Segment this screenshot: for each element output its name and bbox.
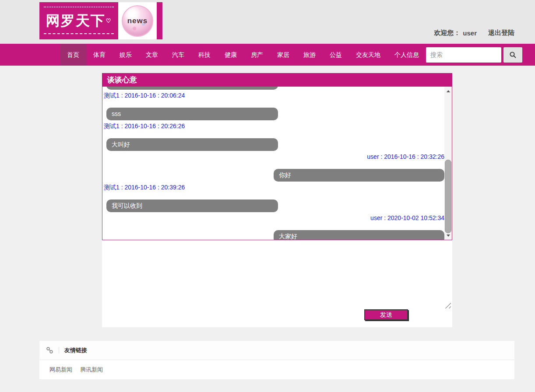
search-icon (509, 51, 517, 59)
scroll-up-arrow-icon[interactable] (444, 88, 452, 94)
search-button[interactable] (503, 47, 522, 63)
chat-message-meta: 测试1 : 2016-10-16 : 20:06:24 (104, 92, 444, 99)
logo-news-box: news (118, 2, 157, 39)
divider (59, 347, 59, 354)
chat-bubble: 大家好 (274, 230, 444, 240)
message-list: 测试1 : 2016-10-16 : 20:06:24sss测试1 : 2016… (102, 87, 444, 240)
nav-item[interactable]: 公益 (323, 44, 349, 66)
chat-bubble: 大叫好 (106, 138, 278, 151)
friendly-links-title: 友情链接 (64, 346, 87, 354)
link-icon (46, 346, 53, 354)
scrollbar-thumb[interactable] (445, 160, 451, 233)
logo-accent-strip (157, 2, 162, 39)
nav-item[interactable]: 健康 (218, 44, 244, 66)
nav-item[interactable]: 家居 (270, 44, 296, 66)
search-input[interactable] (426, 47, 501, 63)
send-button[interactable]: 发送 (364, 309, 408, 320)
chat-panel-title: 谈谈心意 (102, 73, 452, 87)
chat-message-meta: user : 2016-10-16 : 20:32:26 (102, 154, 444, 160)
textarea-resize-grip-icon[interactable] (445, 303, 451, 308)
nav-item[interactable]: 旅游 (296, 44, 323, 66)
nav-item[interactable]: 交友天地 (349, 44, 387, 66)
chat-bubble: 我可以收到 (106, 200, 278, 212)
logout-link[interactable]: 退出登陆 (488, 29, 514, 37)
logo-banner: 网罗天下♡ (39, 2, 118, 39)
nav-item[interactable]: 汽车 (165, 44, 191, 66)
nav-search-group (426, 47, 522, 63)
compose-area: 发送 (102, 240, 452, 327)
nav-item[interactable]: 娱乐 (113, 44, 139, 66)
footer-links: 网易新闻腾讯新闻 (39, 360, 514, 379)
chat-scrollbar[interactable] (444, 87, 452, 240)
chat-message-meta: user : 2020-10-02 10:52:34 (102, 215, 444, 221)
chat-message-area: 测试1 : 2016-10-16 : 20:06:24sss测试1 : 2016… (102, 87, 452, 240)
header: 网罗天下♡ news 欢迎您： user 退出登陆 (0, 0, 535, 44)
footer-header: 友情链接 (39, 341, 514, 360)
footer-link[interactable]: 网易新闻 (49, 366, 72, 374)
nav-items: 首页体育娱乐文章汽车科技健康房产家居旅游公益交友天地个人信息 (60, 44, 426, 66)
message-textarea[interactable] (102, 240, 452, 307)
nav-item[interactable]: 科技 (191, 44, 218, 66)
chat-bubble: sss (106, 108, 278, 120)
main-nav: 首页体育娱乐文章汽车科技健康房产家居旅游公益交友天地个人信息 (0, 44, 535, 66)
footer: 友情链接 网易新闻腾讯新闻 (39, 341, 514, 379)
username-text: user (463, 29, 477, 37)
chat-message-meta: 测试1 : 2016-10-16 : 20:39:26 (104, 184, 444, 191)
nav-item[interactable]: 体育 (86, 44, 113, 66)
nav-item[interactable]: 首页 (60, 44, 86, 66)
chat-message-meta: 测试1 : 2016-10-16 : 20:26:26 (104, 123, 444, 130)
news-badge-label: news (127, 17, 148, 25)
footer-link[interactable]: 腾讯新闻 (80, 366, 103, 374)
nav-item[interactable]: 个人信息 (387, 44, 426, 66)
heart-icon: ♡ (106, 18, 112, 24)
site-logo[interactable]: 网罗天下♡ news (39, 2, 162, 39)
welcome-label: 欢迎您： (434, 29, 460, 37)
page: 网罗天下♡ news 欢迎您： user 退出登陆 首页体育娱乐文章汽车科技健康… (0, 0, 535, 392)
nav-item[interactable]: 文章 (139, 44, 165, 66)
chat-bubble (106, 87, 278, 90)
chat-panel: 谈谈心意 测试1 : 2016-10-16 : 20:06:24sss测试1 :… (102, 73, 452, 327)
nav-item[interactable]: 房产 (244, 44, 270, 66)
scroll-down-arrow-icon[interactable] (444, 232, 452, 239)
chat-bubble: 你好 (274, 169, 444, 182)
user-welcome-bar: 欢迎您： user 退出登陆 (434, 29, 514, 37)
news-badge: news (122, 5, 153, 37)
logo-text: 网罗天下♡ (46, 11, 112, 31)
